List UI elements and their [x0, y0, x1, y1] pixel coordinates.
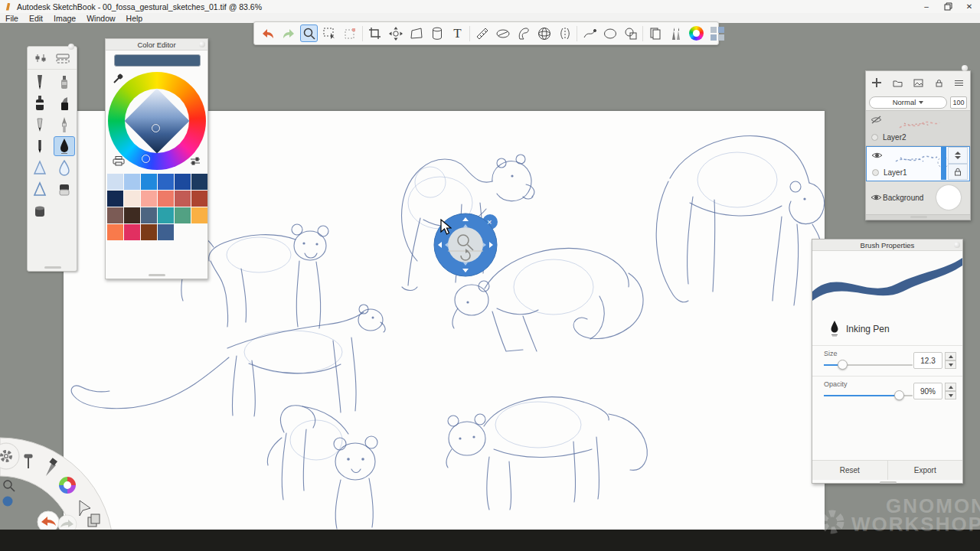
visibility-on-icon[interactable] [871, 152, 883, 159]
lock-icon[interactable] [948, 164, 968, 181]
brush-airbrush[interactable] [54, 72, 75, 92]
french-curve-tool[interactable] [514, 24, 532, 42]
redo-icon[interactable] [279, 24, 297, 42]
import-image-icon[interactable] [913, 79, 923, 87]
swatch[interactable] [107, 224, 123, 240]
swatch[interactable] [191, 207, 207, 223]
brush-soft-eraser[interactable] [29, 201, 51, 220]
hue-selector[interactable] [142, 155, 150, 163]
crop-to-selection-tool[interactable] [341, 24, 359, 42]
add-layer-icon[interactable] [872, 78, 881, 87]
brush-paintbrush[interactable] [54, 115, 75, 135]
brush-smear[interactable] [29, 158, 51, 178]
swatch[interactable] [191, 174, 207, 190]
text-tool[interactable]: T [449, 24, 466, 42]
swatch[interactable] [141, 174, 157, 190]
layer-menu-icon[interactable] [954, 80, 964, 86]
swatch[interactable] [107, 174, 123, 190]
undo-icon[interactable] [259, 24, 276, 42]
panel-grip[interactable] [962, 65, 968, 71]
color-editor-title[interactable]: Color Editor [106, 39, 207, 51]
eyedropper-icon[interactable] [112, 73, 124, 85]
visibility-off-icon[interactable] [871, 116, 882, 124]
close-button[interactable]: ✕ [959, 0, 980, 13]
fill-tool[interactable] [428, 24, 446, 42]
brush-felt-pen[interactable] [29, 136, 51, 156]
layer-radio[interactable] [871, 134, 878, 141]
zoom-tool-icon[interactable] [4, 481, 15, 491]
shape-tool[interactable] [622, 24, 639, 42]
brush-ballpoint-pen[interactable] [29, 115, 51, 135]
export-button[interactable]: Export [888, 461, 963, 480]
brush-pencil[interactable] [29, 72, 51, 92]
size-value[interactable]: 12.3 [913, 352, 942, 369]
brush-settings-icon[interactable] [35, 53, 47, 64]
layer-opacity-field[interactable]: 100 [950, 96, 967, 109]
select-tool[interactable] [321, 24, 338, 42]
copic-palette-icon[interactable] [708, 24, 726, 42]
puck-close-button[interactable]: × [487, 217, 492, 227]
opacity-value[interactable]: 90% [913, 383, 942, 399]
swatch[interactable] [107, 191, 123, 207]
minimize-button[interactable]: – [916, 0, 937, 13]
swatch[interactable] [158, 191, 174, 207]
swatch[interactable] [158, 207, 174, 223]
menu-help[interactable]: Help [121, 14, 149, 23]
layer-lock-icon[interactable] [935, 79, 943, 87]
swatch[interactable] [124, 224, 140, 240]
brush-marker[interactable] [29, 93, 51, 113]
swatch[interactable] [158, 224, 174, 240]
layer-radio[interactable] [872, 169, 879, 176]
swatch[interactable] [141, 207, 157, 223]
color-wheel-icon[interactable] [688, 24, 705, 42]
layers-scrollbar[interactable] [941, 147, 946, 180]
perspective-guide-tool[interactable] [535, 24, 553, 42]
layer-reorder-icon[interactable] [948, 147, 968, 164]
swatch[interactable] [158, 174, 174, 190]
zoom-tool[interactable] [300, 24, 318, 42]
distort-tool[interactable] [407, 24, 425, 42]
layer-row-layer1[interactable]: Layer1 [866, 146, 970, 181]
brush-inking-pen[interactable] [54, 136, 75, 156]
swatch[interactable] [175, 191, 191, 207]
layer-group-icon[interactable] [893, 79, 903, 87]
menu-file[interactable]: File [0, 14, 24, 23]
size-stepper[interactable] [945, 352, 956, 369]
sv-selector[interactable] [152, 124, 160, 132]
brush-hard-eraser[interactable] [54, 179, 75, 199]
panel-resize-grip[interactable] [44, 266, 61, 269]
restore-button[interactable] [937, 0, 959, 13]
printer-colors-icon[interactable] [112, 155, 126, 166]
visibility-on-icon[interactable] [871, 194, 882, 201]
panel-resize-grip[interactable] [910, 216, 927, 218]
swatch[interactable] [124, 207, 140, 223]
opacity-stepper[interactable] [945, 383, 956, 399]
crop-tool[interactable] [366, 24, 384, 42]
ellipse-tool[interactable] [601, 24, 619, 42]
panel-resize-grip[interactable] [880, 481, 897, 484]
swatch[interactable] [175, 207, 191, 223]
ruler-tool[interactable] [473, 24, 491, 42]
brush-library-icon[interactable] [667, 24, 684, 42]
steady-stroke-tool[interactable] [580, 24, 598, 42]
panel-resize-grip[interactable] [149, 274, 165, 276]
swatch[interactable] [141, 224, 157, 240]
menu-edit[interactable]: Edit [24, 14, 48, 23]
add-image-icon[interactable] [646, 24, 664, 42]
panel-grip[interactable] [68, 44, 74, 50]
swatch[interactable] [124, 191, 140, 207]
menu-image[interactable]: Image [48, 14, 81, 23]
symmetry-tool[interactable] [556, 24, 573, 42]
swatch[interactable] [191, 191, 207, 207]
reset-button[interactable]: Reset [812, 461, 888, 480]
blend-mode-dropdown[interactable]: Normal [869, 96, 947, 109]
menu-window[interactable]: Window [81, 14, 120, 23]
brush-library-icon[interactable] [56, 53, 70, 64]
layer-row-background[interactable]: Background [866, 181, 970, 215]
layer-row-layer2[interactable]: Layer2 [866, 111, 970, 146]
size-slider[interactable] [824, 364, 913, 366]
current-color-dot[interactable] [3, 497, 13, 507]
panel-grip[interactable] [954, 242, 960, 248]
panel-grip[interactable] [199, 41, 205, 47]
swatch[interactable] [107, 207, 123, 223]
